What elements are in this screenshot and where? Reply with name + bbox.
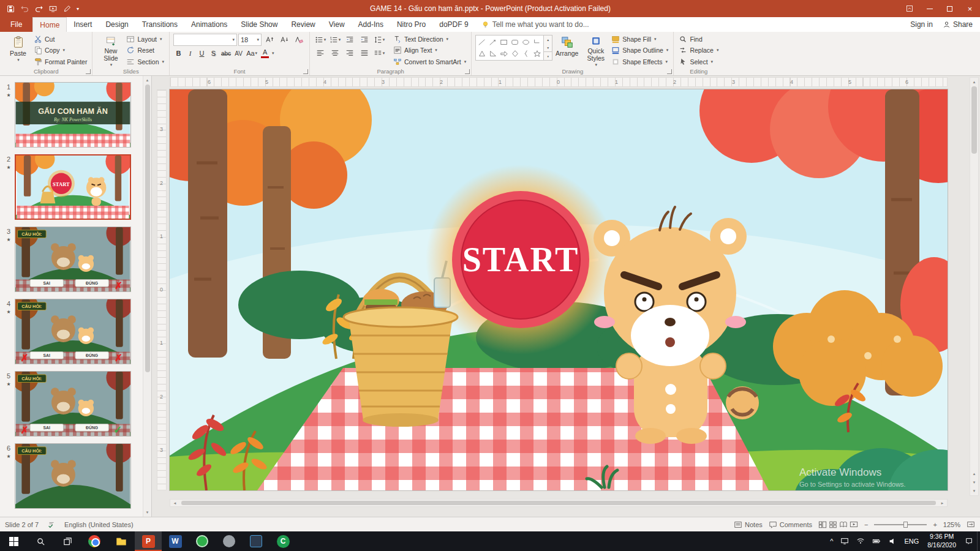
wifi-icon[interactable] xyxy=(853,531,869,551)
shape-rounded-rectangle[interactable] xyxy=(511,38,519,47)
tab-design[interactable]: Design xyxy=(99,17,135,32)
tab-slide-show[interactable]: Slide Show xyxy=(234,17,284,32)
spell-check-icon[interactable] xyxy=(47,520,56,529)
select-button[interactable]: Select▾ xyxy=(677,56,720,67)
tab-file[interactable]: File xyxy=(0,17,32,32)
line-spacing-button[interactable]: ▾ xyxy=(372,34,386,45)
slide-3-thumbnail[interactable]: CÂU HỎI: SAI ĐÚNG ✗ xyxy=(15,227,131,292)
tell-me-box[interactable]: Tell me what you want to do... xyxy=(475,17,595,32)
layout-button[interactable]: Layout▾ xyxy=(125,34,165,45)
save-icon[interactable] xyxy=(4,2,17,15)
zoom-level[interactable]: 125% xyxy=(943,521,960,528)
font-color-button[interactable]: A xyxy=(260,48,270,59)
shape-arrow-line[interactable] xyxy=(489,38,497,47)
clipboard-dialog-launcher[interactable] xyxy=(86,69,91,74)
taskbar-clock[interactable]: 9:36 PM 8/16/2020 xyxy=(922,531,961,551)
reading-view-icon[interactable] xyxy=(839,520,848,529)
shape-outline-button[interactable]: Shape Outline▾ xyxy=(610,45,669,56)
slide-canvas[interactable]: START xyxy=(170,89,948,490)
taskbar-app-browser-icon[interactable] xyxy=(81,531,108,551)
shape-line[interactable] xyxy=(478,38,486,47)
gallery-up-icon[interactable]: ▲ xyxy=(544,36,552,43)
shape-oval[interactable] xyxy=(522,38,530,47)
slide-4-thumbnail[interactable]: CÂU HỎI: SAI ĐÚNG ✗ ✗ xyxy=(15,299,131,364)
battery-icon[interactable] xyxy=(869,531,884,551)
slide-indicator[interactable]: Slide 2 of 7 xyxy=(5,521,39,528)
pen-mode-icon[interactable] xyxy=(60,2,74,15)
scroll-down-icon[interactable]: ▼ xyxy=(143,508,151,517)
tab-add-ins[interactable]: Add-Ins xyxy=(352,17,390,32)
shape-triangle[interactable] xyxy=(478,50,486,58)
shape-elbow-connector[interactable] xyxy=(533,38,541,47)
tab-transitions[interactable]: Transitions xyxy=(135,17,184,32)
notes-button[interactable]: Notes xyxy=(734,520,763,529)
undo-icon[interactable] xyxy=(18,2,31,15)
shape-star[interactable] xyxy=(533,50,541,58)
italic-button[interactable]: I xyxy=(185,48,195,59)
task-view-icon[interactable] xyxy=(54,531,81,551)
action-center-icon[interactable] xyxy=(961,531,977,551)
justify-button[interactable] xyxy=(358,47,371,59)
sign-in-link[interactable]: Sign in xyxy=(910,20,933,29)
scrollbar-thumb[interactable] xyxy=(145,84,150,372)
shape-right-triangle[interactable] xyxy=(489,50,497,58)
slide-2-thumbnail-selected[interactable]: START xyxy=(15,154,131,220)
convert-to-smartart-button[interactable]: Convert to SmartArt▾ xyxy=(392,56,467,67)
zoom-in-button[interactable]: + xyxy=(933,521,937,528)
shape-fill-button[interactable]: Shape Fill▾ xyxy=(610,34,669,45)
scroll-up-icon[interactable]: ▲ xyxy=(970,78,978,86)
taskbar-app-file-explorer-icon[interactable] xyxy=(108,531,135,551)
zoom-out-button[interactable]: − xyxy=(864,521,868,528)
scrollbar-thumb[interactable] xyxy=(181,501,936,505)
taskbar-app-dark-icon[interactable] xyxy=(243,531,270,551)
format-painter-button[interactable]: Format Painter xyxy=(32,56,88,67)
slide-1-thumbnail[interactable]: GẤU CON HAM ĂN By: NK PowerSkills xyxy=(15,82,131,148)
tab-view[interactable]: View xyxy=(322,17,352,32)
show-desktop-button[interactable] xyxy=(977,531,980,551)
paragraph-dialog-launcher[interactable] xyxy=(465,69,470,74)
align-right-button[interactable] xyxy=(343,47,356,59)
tab-review[interactable]: Review xyxy=(284,17,322,32)
slide-sorter-view-icon[interactable] xyxy=(829,520,837,529)
gallery-down-icon[interactable]: ▼ xyxy=(544,43,552,51)
restore-button[interactable] xyxy=(940,0,960,17)
columns-button[interactable]: ▾ xyxy=(372,47,386,59)
text-shadow-button[interactable]: S xyxy=(208,48,219,59)
strikethrough-button[interactable]: abc xyxy=(220,48,232,59)
taskbar-app-green-icon[interactable] xyxy=(189,531,216,551)
scroll-down-icon[interactable]: ▼ xyxy=(970,487,978,495)
tab-dopdf[interactable]: doPDF 9 xyxy=(432,17,475,32)
next-slide-button[interactable]: ▼ xyxy=(970,478,978,487)
increase-font-size-button[interactable] xyxy=(263,34,276,46)
clear-formatting-button[interactable] xyxy=(292,34,306,46)
replace-button[interactable]: Replace▾ xyxy=(677,45,720,56)
font-size-combo[interactable]: 18▾ xyxy=(238,34,262,46)
normal-view-icon[interactable] xyxy=(818,520,827,529)
tab-nitro-pro[interactable]: Nitro Pro xyxy=(390,17,432,32)
decrease-indent-button[interactable] xyxy=(343,34,356,45)
scroll-left-icon[interactable]: ◄ xyxy=(170,500,179,506)
gallery-more-icon[interactable]: ▾ xyxy=(544,51,552,60)
ribbon-display-options-icon[interactable] xyxy=(899,0,919,17)
font-name-combo[interactable]: ▾ xyxy=(173,34,237,46)
taskbar-app-word-icon[interactable]: W xyxy=(162,531,189,551)
section-button[interactable]: Section▾ xyxy=(125,56,165,67)
bullets-button[interactable]: ▾ xyxy=(314,34,327,45)
scroll-right-icon[interactable]: ► xyxy=(938,500,947,506)
start-slideshow-icon[interactable] xyxy=(46,2,59,15)
tab-insert[interactable]: Insert xyxy=(67,17,99,32)
thumbnail-panel-scrollbar[interactable]: ▲ ▼ xyxy=(143,76,151,517)
shape-rectangle[interactable] xyxy=(500,38,508,47)
close-button[interactable]: × xyxy=(960,0,980,17)
paste-button[interactable]: Paste▾ xyxy=(4,34,32,67)
find-button[interactable]: Find xyxy=(677,34,720,45)
new-slide-button[interactable]: New Slide▾ xyxy=(96,34,125,67)
redo-icon[interactable] xyxy=(32,2,45,15)
shape-effects-button[interactable]: Shape Effects▾ xyxy=(610,56,669,67)
numbering-button[interactable]: ▾ xyxy=(328,34,342,45)
align-text-button[interactable]: Align Text▾ xyxy=(392,45,467,56)
scroll-up-icon[interactable]: ▲ xyxy=(143,76,151,84)
customize-qat-icon[interactable]: ▾ xyxy=(74,6,81,12)
slide-5-thumbnail[interactable]: CÂU HỎI: SAI ĐÚNG ✗ ✓ xyxy=(15,371,131,437)
tab-home[interactable]: Home xyxy=(32,17,67,32)
